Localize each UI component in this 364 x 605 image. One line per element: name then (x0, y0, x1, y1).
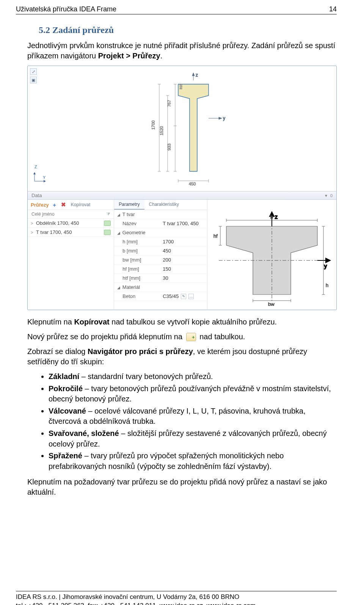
schem-b: b (270, 214, 273, 220)
dim-flange-w: 450 (189, 182, 196, 186)
prop-bw: bw [mm]200 (114, 255, 207, 265)
paragraph-copy: Klepnutím na Kopírovat nad tabulkou se v… (27, 317, 337, 327)
list-item: Válcované – ocelové válcované průřezy I,… (49, 406, 337, 427)
gizmo-y: Y (43, 175, 46, 180)
fit-icon[interactable]: ▣ (30, 77, 37, 83)
dim-h-total: 1700 (151, 121, 155, 130)
paragraph-add: Nový průřez se do projektu přidá klepnut… (27, 332, 337, 342)
prop-b: b [mm]450 (114, 246, 207, 255)
prop-concrete: Beton C35/45 ✎ … (114, 292, 207, 301)
page-header: Uživatelská příručka IDEA Frame 14 (16, 5, 337, 14)
refresh-icon[interactable] (104, 221, 111, 226)
dim-h-web: 1520 (159, 126, 164, 135)
schem-z: z (275, 214, 278, 220)
tab-parameters[interactable]: Parametry (114, 200, 144, 210)
cross-section-viewport: ⤢ ▣ z y (28, 66, 336, 191)
svg-marker-1 (192, 73, 195, 76)
list-item: Pokročilé – tvary betonových průřezů pou… (49, 384, 337, 404)
footer-line-2: tel.: +420 - 511 205 263, fax: +420 - 54… (16, 602, 337, 605)
group-geometry[interactable]: ◢ Geometrie (114, 228, 207, 237)
gizmo-z: Z (35, 165, 37, 169)
paragraph-navigator: Zobrazí se dialog Navigátor pro práci s … (27, 346, 337, 367)
schem-hf: hf (213, 233, 218, 239)
prop-hf: hf [mm]150 (114, 265, 207, 274)
list-item: Svařované, složené – složitější průřezy … (49, 428, 337, 449)
more-icon[interactable]: … (188, 294, 194, 299)
copy-section-button[interactable]: Kopírovat (71, 202, 90, 207)
axis-gizmo: Z Y (32, 172, 47, 184)
section-list-header: Průřezy + ✖ Kopírovat (28, 200, 114, 210)
group-shape[interactable]: ◢ T tvar (114, 210, 207, 219)
filter-icon[interactable]: ⧩ (107, 212, 110, 217)
section-title: 5.2 Zadání průřezů (39, 25, 337, 35)
property-grid: Parametry Charakteristiky ◢ T tvar Název… (114, 200, 207, 310)
svg-marker-27 (326, 258, 330, 263)
svg-marker-3 (219, 117, 222, 119)
dim-small: 315 (179, 84, 183, 89)
section-row[interactable]: > Obdélník 1700, 450 (28, 219, 114, 228)
schem-y: y (324, 263, 327, 269)
row-name: T tvar 1700, 450 (36, 229, 104, 235)
prop-h: h [mm]1700 (114, 237, 207, 246)
col-full-name: Celé jméno (31, 212, 55, 217)
data-label: Data (31, 193, 42, 198)
section-list-title: Průřezy (31, 202, 49, 208)
paragraph-final: Klepnutím na požadovaný tvar průřezu se … (27, 477, 337, 497)
schem-bw: bw (268, 301, 275, 306)
axis-z-label: z (196, 73, 198, 78)
prop-htf: htf [mm]30 (114, 274, 207, 283)
parametric-schematic: z y b hf h bw (207, 200, 336, 310)
edit-icon[interactable]: ✎ (181, 294, 186, 299)
svg-marker-21 (44, 180, 46, 182)
schem-h: h (326, 282, 328, 288)
add-section-button[interactable]: + (51, 201, 58, 208)
page-number: 14 (329, 5, 337, 13)
section-list-column-header: Celé jméno ⧩ (28, 210, 114, 219)
row-caret: > (31, 221, 36, 226)
expand-icon[interactable]: ⤢ (30, 68, 37, 75)
t-section-drawing: z y 1700 (133, 73, 231, 187)
tab-characteristics[interactable]: Charakteristiky (144, 200, 184, 210)
group-material[interactable]: ◢ Materiál (114, 283, 207, 292)
section-row[interactable]: > T tvar 1700, 450 (28, 228, 114, 237)
intro-paragraph: Jednotlivým prvkům konstrukce je nutné p… (27, 41, 337, 61)
dim-bot: 933 (167, 144, 171, 150)
axis-y-label: y (223, 116, 225, 121)
list-item: Spřažené – tvary průřezů pro výpočet spř… (49, 451, 337, 472)
refresh-icon[interactable] (104, 230, 111, 235)
delete-section-button[interactable]: ✖ (60, 201, 67, 208)
data-panel-header: Data ▾ 0 (28, 191, 336, 200)
viewport-toolbar: ⤢ ▣ (30, 68, 37, 83)
data-panel-body: Průřezy + ✖ Kopírovat Celé jméno ⧩ > Obd… (28, 200, 336, 310)
add-icon (186, 333, 196, 341)
prop-name: Název T tvar 1700, 450 (114, 219, 207, 228)
section-list-panel: Průřezy + ✖ Kopírovat Celé jméno ⧩ > Obd… (28, 200, 114, 310)
page-footer: IDEA RS s.r.o. | Jihomoravské inovační c… (0, 591, 364, 605)
app-screenshot: ⤢ ▣ z y (27, 66, 337, 310)
property-tabs: Parametry Charakteristiky (114, 200, 207, 210)
pin-icon[interactable]: 0 (330, 193, 333, 198)
groups-list: Základní – standardní tvary betonových p… (49, 371, 337, 472)
svg-marker-19 (33, 172, 36, 174)
dim-top: 767 (167, 100, 171, 107)
list-item: Základní – standardní tvary betonových p… (49, 371, 337, 382)
dropdown-icon[interactable]: ▾ (325, 193, 327, 198)
row-caret: > (31, 230, 36, 235)
row-name: Obdélník 1700, 450 (36, 220, 104, 226)
doc-title: Uživatelská příručka IDEA Frame (16, 5, 116, 13)
footer-line-1: IDEA RS s.r.o. | Jihomoravské inovační c… (16, 593, 337, 602)
